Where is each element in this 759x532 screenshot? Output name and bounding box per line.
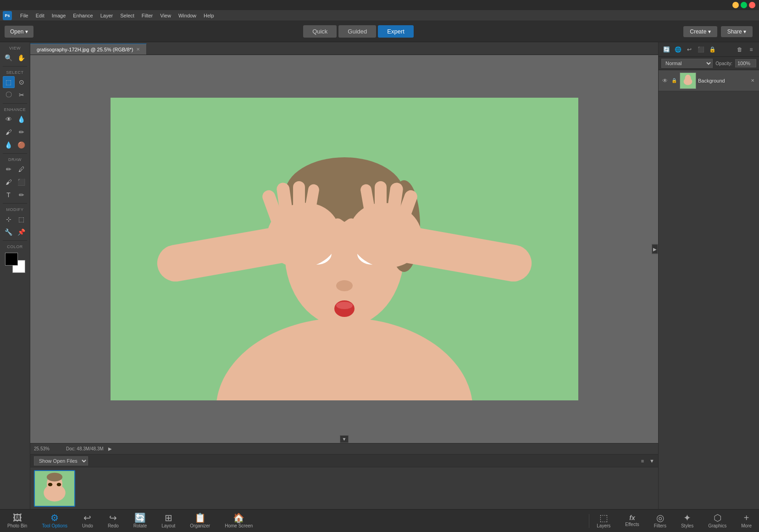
layer-lock-icon[interactable]: 🔒 [670,77,678,84]
menu-edit[interactable]: Edit [32,12,48,19]
eyedropper-tool[interactable]: 📌 [16,226,28,238]
dodge-tool[interactable]: 💧 [3,139,15,151]
tool-options-label: Tool Options [42,523,67,528]
mode-quick[interactable]: Quick [303,25,337,38]
canvas-wrapper[interactable]: ▶ ▼ [30,55,658,443]
open-button[interactable]: Open ▾ [5,26,33,38]
maximize-button[interactable] [741,2,747,8]
menu-help[interactable]: Help [200,12,218,19]
zoom-level: 25.53% [34,446,61,451]
appbar-filters[interactable]: ◎ Filters [647,511,674,530]
tab-label: gratisography-172H.jpg @ 25.5% (RGB/8*) [37,47,133,52]
text-tool[interactable]: T [3,189,15,201]
share-button[interactable]: Share ▾ [721,26,753,37]
healing-tool[interactable]: 💧 [16,113,28,125]
scroll-right-btn[interactable]: ▶ [652,244,658,254]
crop-tool[interactable]: ⊹ [3,213,15,225]
menu-view[interactable]: View [156,12,175,19]
appbar-photo-bin[interactable]: 🖼 Photo Bin [0,511,34,530]
fill-btn[interactable]: ⬛ [696,44,706,55]
menu-enhance[interactable]: Enhance [69,12,96,19]
appbar-rotate[interactable]: 🔄 Rotate [126,511,154,530]
undo-layer-btn[interactable]: ↩ [684,44,694,55]
lock-btn[interactable]: 🔒 [707,44,717,55]
eraser-tool[interactable]: 🖊 [16,163,28,175]
graphics-label: Graphics [708,523,726,528]
menu-window[interactable]: Window [175,12,200,19]
marquee-tool[interactable]: ⬚ [3,76,15,88]
appbar-undo[interactable]: ↩ Undo [75,511,100,530]
canvas-tab[interactable]: gratisography-172H.jpg @ 25.5% (RGB/8*) … [30,44,147,55]
new-layer-btn[interactable]: 🌐 [673,44,683,55]
red-eye-tool[interactable]: 👁 [3,113,15,125]
scroll-bottom-btn[interactable]: ▼ [340,435,349,443]
hand-tool[interactable]: ✋ [16,52,28,64]
opacity-input[interactable] [735,59,756,67]
layer-delete-btn[interactable]: ✕ [749,77,756,84]
quick-selection-tool[interactable]: 〇 [3,89,15,101]
divider-1 [3,66,27,66]
lasso-tool[interactable]: ⊙ [16,76,28,88]
home-screen-label: Home Screen [225,523,253,528]
pencil-tool[interactable]: ✏ [16,189,28,201]
menu-image[interactable]: Image [48,12,70,19]
thumbnail-item[interactable] [34,470,75,507]
appbar-layout[interactable]: ⊞ Layout [154,511,183,530]
mode-guided[interactable]: Guided [338,25,376,38]
organizer-icon: 📋 [194,513,206,522]
appbar-organizer[interactable]: 📋 Organizer [183,511,217,530]
mode-expert[interactable]: Expert [378,25,414,38]
create-button[interactable]: Create ▾ [683,26,717,37]
foreground-color-swatch[interactable] [5,253,18,266]
zoom-tool[interactable]: 🔍 [3,52,15,64]
appbar-layers[interactable]: ⬚ Layers [589,511,618,530]
draw-tools-row-1: ✏ 🖊 [2,163,28,175]
divider-5 [3,240,27,241]
main-area: VIEW 🔍 ✋ SELECT ⬚ ⊙ 〇 ✂ ENHANCE 👁 💧 🖌 ✏ … [0,42,759,509]
layer-item[interactable]: 👁 🔒 Background ✕ [659,70,759,91]
menu-layer[interactable]: Layer [97,12,117,19]
menu-select[interactable]: Select [116,12,138,19]
menu-file[interactable]: File [17,12,32,19]
layers-header: Normal Dissolve Multiply Screen Overlay … [659,57,759,70]
delete-layer-btn[interactable]: 🗑 [735,44,745,55]
magic-wand-tool[interactable]: ✂ [16,89,28,101]
svg-point-36 [48,483,53,487]
appbar-effects[interactable]: fx Effects [618,513,646,529]
layout-icon: ⊞ [165,513,172,522]
paint-bucket-tool[interactable]: 🖌 [3,176,15,188]
layer-visibility-icon[interactable]: 👁 [661,77,669,84]
clone-tool[interactable]: 🖌 [3,126,15,138]
more-label: More [741,523,752,528]
appbar-tool-options[interactable]: ⚙ Tool Options [34,511,75,530]
straighten-tool[interactable]: 🔧 [3,226,15,238]
panel-options-btn[interactable]: ≡ [641,458,644,464]
minimize-button[interactable] [732,2,739,8]
canvas-area: gratisography-172H.jpg @ 25.5% (RGB/8*) … [30,42,658,509]
appbar-styles[interactable]: ✦ Styles [674,511,701,530]
blend-mode-select[interactable]: Normal Dissolve Multiply Screen Overlay [661,59,713,68]
appbar-home-screen[interactable]: 🏠 Home Screen [217,511,260,530]
close-button[interactable] [749,2,755,8]
layers-icon: ⬚ [599,513,608,522]
gradient-tool[interactable]: ⬛ [16,176,28,188]
panel-collapse-btn[interactable]: ▼ [649,458,654,464]
rotate-icon: 🔄 [134,513,146,522]
color-picker[interactable] [5,253,25,273]
panel-menu-btn[interactable]: ≡ [746,44,756,55]
view-section-label: VIEW [0,44,30,51]
appbar-more[interactable]: + More [734,511,759,530]
refresh-btn[interactable]: 🔄 [661,44,671,55]
brush-tool[interactable]: ✏ [3,163,15,175]
show-open-files-select[interactable]: Show Open Files [34,456,88,466]
smudge-tool[interactable]: ✏ [16,126,28,138]
tab-close-button[interactable]: ✕ [136,47,140,52]
svg-point-40 [685,74,691,82]
home-screen-icon: 🏠 [233,513,244,522]
svg-point-35 [47,473,62,482]
appbar-graphics[interactable]: ⬡ Graphics [701,511,734,530]
appbar-redo[interactable]: ↪ Redo [100,511,126,530]
menu-filter[interactable]: Filter [138,12,156,19]
blur-tool[interactable]: 🟤 [16,139,28,151]
recompose-tool[interactable]: ⬚ [16,213,28,225]
